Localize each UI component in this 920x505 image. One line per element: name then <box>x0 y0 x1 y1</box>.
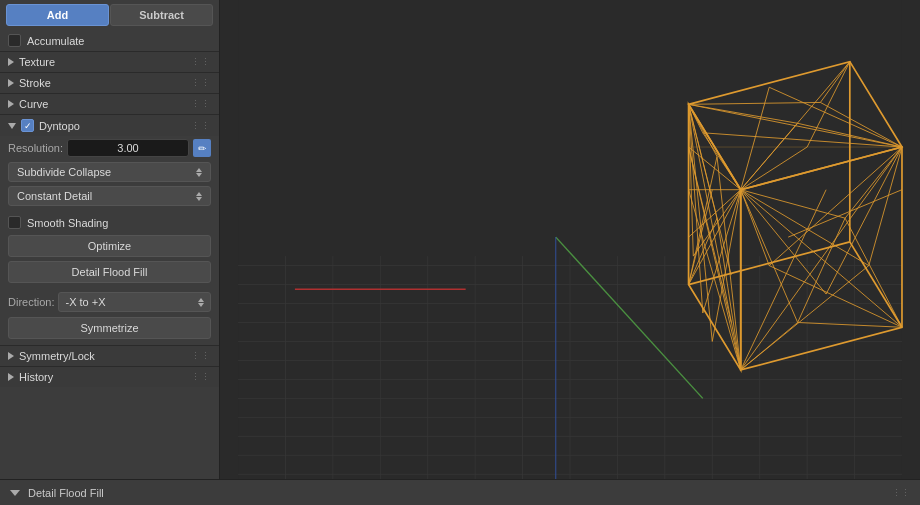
add-button[interactable]: Add <box>6 4 109 26</box>
smooth-shading-label: Smooth Shading <box>27 217 108 229</box>
left-panel: Add Subtract Accumulate Texture ⋮⋮ Strok… <box>0 0 220 479</box>
subtract-button[interactable]: Subtract <box>110 4 213 26</box>
status-label: Detail Flood Fill <box>28 487 104 499</box>
history-arrow-icon <box>8 373 14 381</box>
optimize-button[interactable]: Optimize <box>8 235 211 257</box>
dyntopo-dots-icon: ⋮⋮ <box>191 121 211 131</box>
resolution-label: Resolution: <box>8 142 63 154</box>
dyntopo-arrow-icon <box>8 123 16 129</box>
direction-tri-up-icon <box>198 298 204 302</box>
texture-label: Texture <box>19 56 55 68</box>
accumulate-checkbox[interactable] <box>8 34 21 47</box>
direction-label: Direction: <box>8 296 54 308</box>
status-bar: Detail Flood Fill ⋮⋮ <box>0 479 920 505</box>
subdivide-collapse-select[interactable]: Subdivide Collapse <box>8 162 211 182</box>
smooth-shading-row[interactable]: Smooth Shading <box>0 212 219 233</box>
stroke-label: Stroke <box>19 77 51 89</box>
history-label: History <box>19 371 53 383</box>
tri-up-2-icon <box>196 192 202 196</box>
subdivide-collapse-row: Subdivide Collapse <box>0 160 219 184</box>
viewport-canvas <box>220 0 920 479</box>
detail-flood-fill-button[interactable]: Detail Flood Fill <box>8 261 211 283</box>
top-buttons-group: Add Subtract <box>0 0 219 30</box>
subdivide-collapse-label: Subdivide Collapse <box>17 166 111 178</box>
curve-section-header[interactable]: Curve ⋮⋮ <box>0 93 219 114</box>
history-section-header[interactable]: History ⋮⋮ <box>0 366 219 387</box>
tri-down-2-icon <box>196 197 202 201</box>
stroke-arrow-icon <box>8 79 14 87</box>
tri-down-icon <box>196 173 202 177</box>
resolution-value[interactable]: 3.00 <box>67 139 189 157</box>
symmetry-lock-label: Symmetry/Lock <box>19 350 95 362</box>
texture-section-header[interactable]: Texture ⋮⋮ <box>0 51 219 72</box>
texture-arrow-icon <box>8 58 14 66</box>
dyntopo-section-header[interactable]: ✓ Dyntopo ⋮⋮ <box>0 114 219 136</box>
symmetrize-button[interactable]: Symmetrize <box>8 317 211 339</box>
stroke-dots-icon: ⋮⋮ <box>191 78 211 88</box>
symmetry-lock-section-header[interactable]: Symmetry/Lock ⋮⋮ <box>0 345 219 366</box>
accumulate-row[interactable]: Accumulate <box>0 30 219 51</box>
resolution-row: Resolution: 3.00 ✏ <box>0 136 219 160</box>
symmetry-lock-arrow-icon <box>8 352 14 360</box>
constant-detail-select[interactable]: Constant Detail <box>8 186 211 206</box>
tri-up-icon <box>196 168 202 172</box>
direction-value: -X to +X <box>65 296 105 308</box>
3d-viewport[interactable] <box>220 0 920 479</box>
accumulate-label: Accumulate <box>27 35 84 47</box>
direction-select[interactable]: -X to +X <box>58 292 211 312</box>
curve-label: Curve <box>19 98 48 110</box>
symmetry-lock-dots-icon: ⋮⋮ <box>191 351 211 361</box>
history-dots-icon: ⋮⋮ <box>191 372 211 382</box>
texture-dots-icon: ⋮⋮ <box>191 57 211 67</box>
direction-tri-down-icon <box>198 303 204 307</box>
smooth-shading-checkbox[interactable] <box>8 216 21 229</box>
dyntopo-label: Dyntopo <box>39 120 80 132</box>
status-arrow-icon <box>10 490 20 496</box>
direction-row: Direction: -X to +X <box>0 289 219 315</box>
dyntopo-checkbox[interactable]: ✓ <box>21 119 34 132</box>
constant-detail-row: Constant Detail <box>0 184 219 208</box>
constant-detail-label: Constant Detail <box>17 190 92 202</box>
stroke-section-header[interactable]: Stroke ⋮⋮ <box>0 72 219 93</box>
curve-arrow-icon <box>8 100 14 108</box>
curve-dots-icon: ⋮⋮ <box>191 99 211 109</box>
status-dots-icon: ⋮⋮ <box>892 488 910 498</box>
resolution-edit-button[interactable]: ✏ <box>193 139 211 157</box>
